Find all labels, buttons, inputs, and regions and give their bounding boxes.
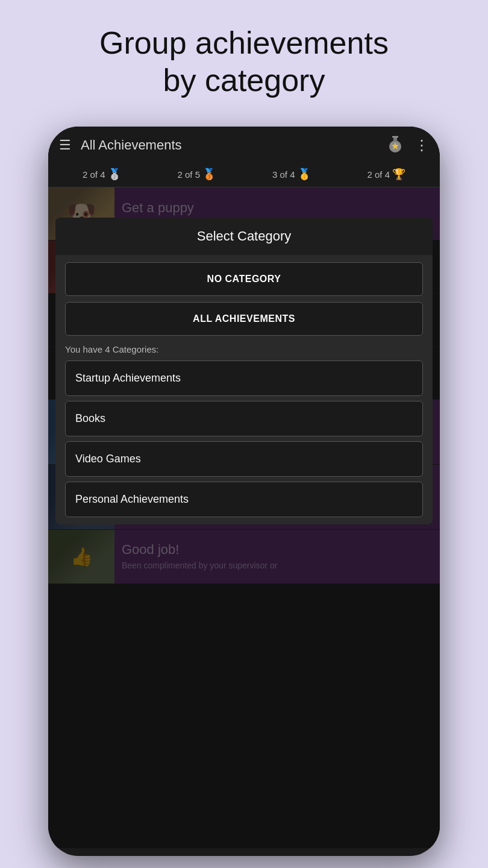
modal-title: Select Category (197, 228, 292, 244)
more-options-icon[interactable]: ⋮ (414, 137, 429, 154)
stats-bar: 2 of 4 🥈 2 of 5 🥉 3 of 4 🥇 2 of 4 🏆 (48, 164, 440, 187)
modal-header: Select Category (55, 218, 433, 255)
heading-line2: by category (163, 63, 325, 98)
all-achievements-button[interactable]: ALL ACHIEVEMENTS (65, 302, 423, 336)
select-category-modal: Select Category NO CATEGORY ALL ACHIEVEM… (55, 218, 433, 524)
page-heading: Group achievements by category (0, 24, 488, 99)
stat-bronze: 2 of 5 🥉 (177, 168, 216, 181)
category-personal[interactable]: Personal Achievements (65, 482, 423, 517)
phone-shell: ☰ All Achievements ⋮ 2 of 4 🥈 2 of 5 🥉 3… (48, 127, 440, 856)
stat-gold: 3 of 4 🥇 (272, 168, 311, 181)
medal-icon[interactable] (386, 134, 405, 156)
category-video-games[interactable]: Video Games (65, 441, 423, 477)
modal-body: NO CATEGORY ALL ACHIEVEMENTS You have 4 … (55, 255, 433, 524)
achievement-list: 🐶 Get a puppy Status: Completed 📚 Home l… (48, 187, 440, 848)
categories-label: You have 4 Categories: (65, 344, 423, 354)
app-bar: ☰ All Achievements ⋮ (48, 127, 440, 164)
category-startup[interactable]: Startup Achievements (65, 360, 423, 396)
category-books[interactable]: Books (65, 401, 423, 436)
hamburger-icon[interactable]: ☰ (59, 137, 71, 153)
app-bar-title: All Achievements (81, 137, 386, 153)
stat-trophy: 2 of 4 🏆 (367, 168, 405, 181)
stat-silver: 2 of 4 🥈 (83, 168, 121, 181)
heading-line1: Group achievements (99, 25, 389, 60)
no-category-button[interactable]: NO CATEGORY (65, 262, 423, 296)
